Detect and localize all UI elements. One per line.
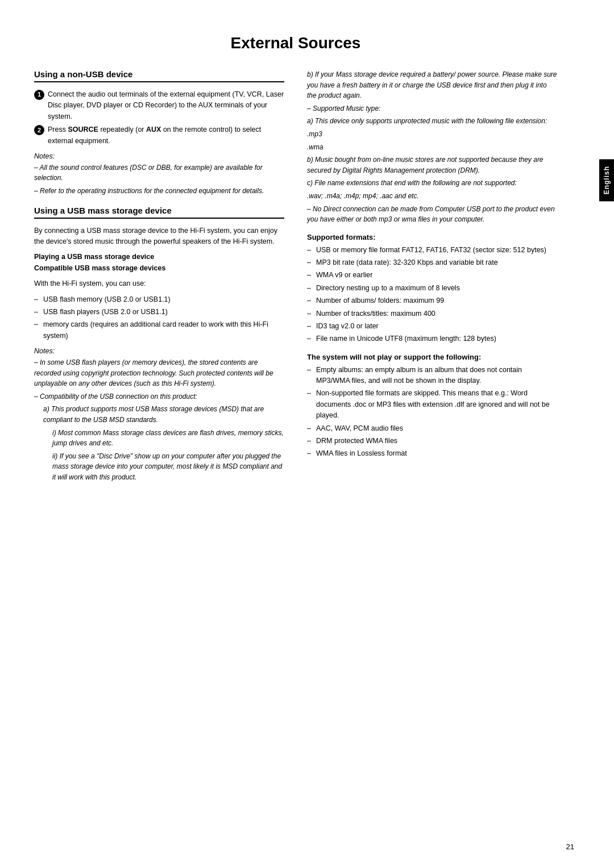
right-note-music-type: – Supported Music type: (307, 103, 557, 114)
right-note-c: c) File name extensions that end with th… (307, 178, 557, 189)
page-number: 21 (566, 842, 574, 851)
step-1: 1 Connect the audio out terminals of the… (34, 89, 284, 122)
right-note-wma: .wma (307, 142, 557, 153)
step-2: 2 Press SOURCE repeatedly (or AUX on the… (34, 124, 284, 147)
page-container: English External Sources Using a non-USB… (0, 0, 614, 868)
notes-label-2: Notes: (34, 347, 284, 355)
right-note-extensions: .wav; .m4a; .m4p; mp4; .aac and etc. (307, 191, 557, 202)
note-2-a: a) This product supports most USB Mass s… (34, 404, 284, 425)
section-non-usb: Using a non-USB device 1 Connect the aud… (34, 69, 284, 197)
device-item-1: USB flash memory (USB 2.0 or USB1.1) (34, 294, 284, 305)
right-note-a: a) This device only supports unprotected… (307, 116, 557, 127)
step-2-text: Press SOURCE repeatedly (or AUX on the r… (48, 124, 284, 147)
section-usb-title: Using a USB mass storage device (34, 206, 284, 219)
compatible-bold: Compatible USB mass storage devices (34, 264, 165, 272)
section-usb: Using a USB mass storage device By conne… (34, 206, 284, 483)
devices-intro: With the Hi-Fi system, you can use: (34, 278, 284, 289)
note-2-2: – Compatibility of the USB connection on… (34, 391, 284, 402)
not-supported-list: Empty albums: an empty album is an album… (307, 365, 557, 460)
right-notes-continuation: b) If your Mass storage device required … (307, 69, 557, 225)
section2-notes: Notes: – In some USB flash players (or m… (34, 347, 284, 483)
device-list: USB flash memory (USB 2.0 or USB1.1) USB… (34, 294, 284, 342)
note-2-1: – In some USB flash players (or memory d… (34, 357, 284, 389)
language-tab: English (599, 159, 614, 201)
section-non-usb-title: Using a non-USB device (34, 69, 284, 82)
device-item-2: USB flash players (USB 2.0 or USB1.1) (34, 307, 284, 318)
not-supported-item-5: WMA files in Lossless format (307, 448, 557, 459)
format-item-4: Directory nesting up to a maximum of 8 l… (307, 283, 557, 294)
not-supported-section: The system will not play or support the … (307, 353, 557, 460)
not-supported-item-4: DRM protected WMA files (307, 436, 557, 446)
right-note-b2: b) Music bought from on-line music store… (307, 155, 557, 176)
format-item-6: Number of tracks/titles: maximum 400 (307, 308, 557, 319)
device-item-3: memory cards (requires an additional car… (34, 319, 284, 341)
non-usb-steps: 1 Connect the audio out terminals of the… (34, 89, 284, 147)
not-supported-item-1: Empty albums: an empty album is an album… (307, 365, 557, 387)
right-note-b: b) If your Mass storage device required … (307, 69, 557, 101)
format-item-7: ID3 tag v2.0 or later (307, 321, 557, 332)
aux-bold: AUX (146, 126, 161, 133)
format-item-5: Number of albums/ folders: maximum 99 (307, 295, 557, 306)
supported-formats-title: Supported formats: (307, 233, 557, 241)
step-2-number: 2 (34, 125, 44, 135)
format-item-8: File name in Unicode UTF8 (maximum lengt… (307, 333, 557, 344)
right-note-nodirect: – No Direct connection can be made from … (307, 204, 557, 225)
step-1-text: Connect the audio out terminals of the e… (48, 89, 284, 122)
page-title: External Sources (0, 34, 614, 52)
format-item-1: USB or memory file format FAT12, FAT16, … (307, 245, 557, 256)
right-note-mp3: .mp3 (307, 129, 557, 140)
not-supported-item-2: Non-supported file formats are skipped. … (307, 388, 557, 421)
source-bold: SOURCE (68, 126, 98, 133)
playing-bold: Playing a USB mass storage device (34, 253, 154, 261)
notes-label-1: Notes: (34, 152, 284, 160)
format-item-3: WMA v9 or earlier (307, 270, 557, 281)
playing-title: Playing a USB mass storage device Compat… (34, 252, 284, 274)
step-1-number: 1 (34, 90, 44, 100)
content-area: Using a non-USB device 1 Connect the aud… (0, 69, 614, 489)
note-1-2: – Refer to the operating instructions fo… (34, 186, 284, 197)
supported-formats-section: Supported formats: USB or memory file fo… (307, 233, 557, 345)
playing-subsection: Playing a USB mass storage device Compat… (34, 252, 284, 341)
note-2-ii: ii) If you see a "Disc Drive" show up on… (34, 451, 284, 483)
right-column: b) If your Mass storage device required … (307, 69, 557, 489)
note-1-1: – All the sound control features (DSC or… (34, 162, 284, 183)
supported-formats-list: USB or memory file format FAT12, FAT16, … (307, 245, 557, 345)
left-column: Using a non-USB device 1 Connect the aud… (34, 69, 284, 489)
note-2-i: i) Most common Mass storage class device… (34, 428, 284, 449)
section1-notes: Notes: – All the sound control features … (34, 152, 284, 197)
format-item-2: MP3 bit rate (data rate): 32-320 Kbps an… (307, 257, 557, 268)
not-supported-title: The system will not play or support the … (307, 353, 557, 361)
usb-intro: By connecting a USB mass storage device … (34, 226, 284, 248)
not-supported-item-3: AAC, WAV, PCM audio files (307, 423, 557, 434)
